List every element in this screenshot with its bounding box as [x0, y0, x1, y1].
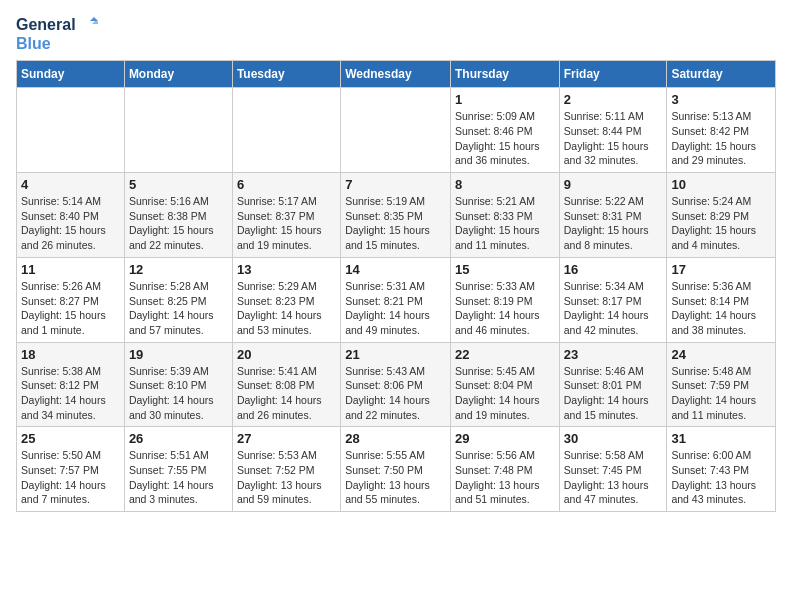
day-info: Sunrise: 5:45 AM Sunset: 8:04 PM Dayligh…	[455, 364, 555, 423]
page-header: General Blue	[16, 16, 776, 52]
day-info: Sunrise: 5:13 AM Sunset: 8:42 PM Dayligh…	[671, 109, 771, 168]
day-info: Sunrise: 5:28 AM Sunset: 8:25 PM Dayligh…	[129, 279, 228, 338]
calendar-table: SundayMondayTuesdayWednesdayThursdayFrid…	[16, 60, 776, 512]
calendar-cell: 17Sunrise: 5:36 AM Sunset: 8:14 PM Dayli…	[667, 257, 776, 342]
calendar-cell: 19Sunrise: 5:39 AM Sunset: 8:10 PM Dayli…	[124, 342, 232, 427]
logo: General Blue	[16, 16, 98, 52]
calendar-cell: 3Sunrise: 5:13 AM Sunset: 8:42 PM Daylig…	[667, 88, 776, 173]
day-number: 4	[21, 177, 120, 192]
day-number: 22	[455, 347, 555, 362]
calendar-week-5: 25Sunrise: 5:50 AM Sunset: 7:57 PM Dayli…	[17, 427, 776, 512]
day-info: Sunrise: 5:24 AM Sunset: 8:29 PM Dayligh…	[671, 194, 771, 253]
calendar-cell: 10Sunrise: 5:24 AM Sunset: 8:29 PM Dayli…	[667, 173, 776, 258]
calendar-cell: 9Sunrise: 5:22 AM Sunset: 8:31 PM Daylig…	[559, 173, 667, 258]
day-number: 19	[129, 347, 228, 362]
calendar-cell: 21Sunrise: 5:43 AM Sunset: 8:06 PM Dayli…	[341, 342, 451, 427]
calendar-cell: 24Sunrise: 5:48 AM Sunset: 7:59 PM Dayli…	[667, 342, 776, 427]
day-number: 7	[345, 177, 446, 192]
day-info: Sunrise: 5:38 AM Sunset: 8:12 PM Dayligh…	[21, 364, 120, 423]
weekday-header-thursday: Thursday	[450, 61, 559, 88]
day-info: Sunrise: 5:53 AM Sunset: 7:52 PM Dayligh…	[237, 448, 336, 507]
weekday-header-sunday: Sunday	[17, 61, 125, 88]
day-info: Sunrise: 5:50 AM Sunset: 7:57 PM Dayligh…	[21, 448, 120, 507]
day-info: Sunrise: 5:21 AM Sunset: 8:33 PM Dayligh…	[455, 194, 555, 253]
calendar-cell: 18Sunrise: 5:38 AM Sunset: 8:12 PM Dayli…	[17, 342, 125, 427]
day-number: 13	[237, 262, 336, 277]
day-number: 24	[671, 347, 771, 362]
calendar-cell: 31Sunrise: 6:00 AM Sunset: 7:43 PM Dayli…	[667, 427, 776, 512]
calendar-cell	[124, 88, 232, 173]
calendar-cell: 23Sunrise: 5:46 AM Sunset: 8:01 PM Dayli…	[559, 342, 667, 427]
day-number: 29	[455, 431, 555, 446]
day-info: Sunrise: 5:46 AM Sunset: 8:01 PM Dayligh…	[564, 364, 663, 423]
calendar-week-4: 18Sunrise: 5:38 AM Sunset: 8:12 PM Dayli…	[17, 342, 776, 427]
day-info: Sunrise: 5:19 AM Sunset: 8:35 PM Dayligh…	[345, 194, 446, 253]
day-info: Sunrise: 5:26 AM Sunset: 8:27 PM Dayligh…	[21, 279, 120, 338]
day-number: 16	[564, 262, 663, 277]
day-number: 27	[237, 431, 336, 446]
day-number: 14	[345, 262, 446, 277]
day-number: 8	[455, 177, 555, 192]
day-info: Sunrise: 5:22 AM Sunset: 8:31 PM Dayligh…	[564, 194, 663, 253]
day-info: Sunrise: 5:41 AM Sunset: 8:08 PM Dayligh…	[237, 364, 336, 423]
day-info: Sunrise: 5:51 AM Sunset: 7:55 PM Dayligh…	[129, 448, 228, 507]
day-number: 18	[21, 347, 120, 362]
day-info: Sunrise: 5:56 AM Sunset: 7:48 PM Dayligh…	[455, 448, 555, 507]
calendar-cell: 15Sunrise: 5:33 AM Sunset: 8:19 PM Dayli…	[450, 257, 559, 342]
calendar-cell: 2Sunrise: 5:11 AM Sunset: 8:44 PM Daylig…	[559, 88, 667, 173]
calendar-cell: 1Sunrise: 5:09 AM Sunset: 8:46 PM Daylig…	[450, 88, 559, 173]
day-info: Sunrise: 6:00 AM Sunset: 7:43 PM Dayligh…	[671, 448, 771, 507]
day-info: Sunrise: 5:36 AM Sunset: 8:14 PM Dayligh…	[671, 279, 771, 338]
calendar-cell: 8Sunrise: 5:21 AM Sunset: 8:33 PM Daylig…	[450, 173, 559, 258]
calendar-week-1: 1Sunrise: 5:09 AM Sunset: 8:46 PM Daylig…	[17, 88, 776, 173]
day-info: Sunrise: 5:55 AM Sunset: 7:50 PM Dayligh…	[345, 448, 446, 507]
calendar-cell: 28Sunrise: 5:55 AM Sunset: 7:50 PM Dayli…	[341, 427, 451, 512]
calendar-cell	[341, 88, 451, 173]
day-number: 3	[671, 92, 771, 107]
day-number: 26	[129, 431, 228, 446]
day-info: Sunrise: 5:14 AM Sunset: 8:40 PM Dayligh…	[21, 194, 120, 253]
calendar-cell: 4Sunrise: 5:14 AM Sunset: 8:40 PM Daylig…	[17, 173, 125, 258]
day-info: Sunrise: 5:34 AM Sunset: 8:17 PM Dayligh…	[564, 279, 663, 338]
weekday-header-saturday: Saturday	[667, 61, 776, 88]
day-number: 10	[671, 177, 771, 192]
calendar-cell: 30Sunrise: 5:58 AM Sunset: 7:45 PM Dayli…	[559, 427, 667, 512]
day-info: Sunrise: 5:16 AM Sunset: 8:38 PM Dayligh…	[129, 194, 228, 253]
day-number: 6	[237, 177, 336, 192]
weekday-header-tuesday: Tuesday	[232, 61, 340, 88]
calendar-header-row: SundayMondayTuesdayWednesdayThursdayFrid…	[17, 61, 776, 88]
calendar-cell: 16Sunrise: 5:34 AM Sunset: 8:17 PM Dayli…	[559, 257, 667, 342]
logo-bird-icon	[80, 17, 98, 35]
day-info: Sunrise: 5:11 AM Sunset: 8:44 PM Dayligh…	[564, 109, 663, 168]
weekday-header-friday: Friday	[559, 61, 667, 88]
calendar-cell	[17, 88, 125, 173]
logo-text: General Blue	[16, 16, 98, 52]
weekday-header-monday: Monday	[124, 61, 232, 88]
day-info: Sunrise: 5:58 AM Sunset: 7:45 PM Dayligh…	[564, 448, 663, 507]
day-number: 31	[671, 431, 771, 446]
day-info: Sunrise: 5:09 AM Sunset: 8:46 PM Dayligh…	[455, 109, 555, 168]
calendar-cell: 26Sunrise: 5:51 AM Sunset: 7:55 PM Dayli…	[124, 427, 232, 512]
day-number: 2	[564, 92, 663, 107]
weekday-header-wednesday: Wednesday	[341, 61, 451, 88]
day-number: 28	[345, 431, 446, 446]
calendar-cell: 6Sunrise: 5:17 AM Sunset: 8:37 PM Daylig…	[232, 173, 340, 258]
day-info: Sunrise: 5:31 AM Sunset: 8:21 PM Dayligh…	[345, 279, 446, 338]
calendar-body: 1Sunrise: 5:09 AM Sunset: 8:46 PM Daylig…	[17, 88, 776, 512]
day-number: 9	[564, 177, 663, 192]
day-info: Sunrise: 5:29 AM Sunset: 8:23 PM Dayligh…	[237, 279, 336, 338]
calendar-cell: 11Sunrise: 5:26 AM Sunset: 8:27 PM Dayli…	[17, 257, 125, 342]
calendar-cell	[232, 88, 340, 173]
day-info: Sunrise: 5:43 AM Sunset: 8:06 PM Dayligh…	[345, 364, 446, 423]
calendar-week-2: 4Sunrise: 5:14 AM Sunset: 8:40 PM Daylig…	[17, 173, 776, 258]
day-number: 1	[455, 92, 555, 107]
day-info: Sunrise: 5:48 AM Sunset: 7:59 PM Dayligh…	[671, 364, 771, 423]
day-number: 25	[21, 431, 120, 446]
calendar-cell: 20Sunrise: 5:41 AM Sunset: 8:08 PM Dayli…	[232, 342, 340, 427]
calendar-week-3: 11Sunrise: 5:26 AM Sunset: 8:27 PM Dayli…	[17, 257, 776, 342]
day-number: 12	[129, 262, 228, 277]
day-number: 15	[455, 262, 555, 277]
day-info: Sunrise: 5:33 AM Sunset: 8:19 PM Dayligh…	[455, 279, 555, 338]
day-number: 5	[129, 177, 228, 192]
calendar-cell: 5Sunrise: 5:16 AM Sunset: 8:38 PM Daylig…	[124, 173, 232, 258]
